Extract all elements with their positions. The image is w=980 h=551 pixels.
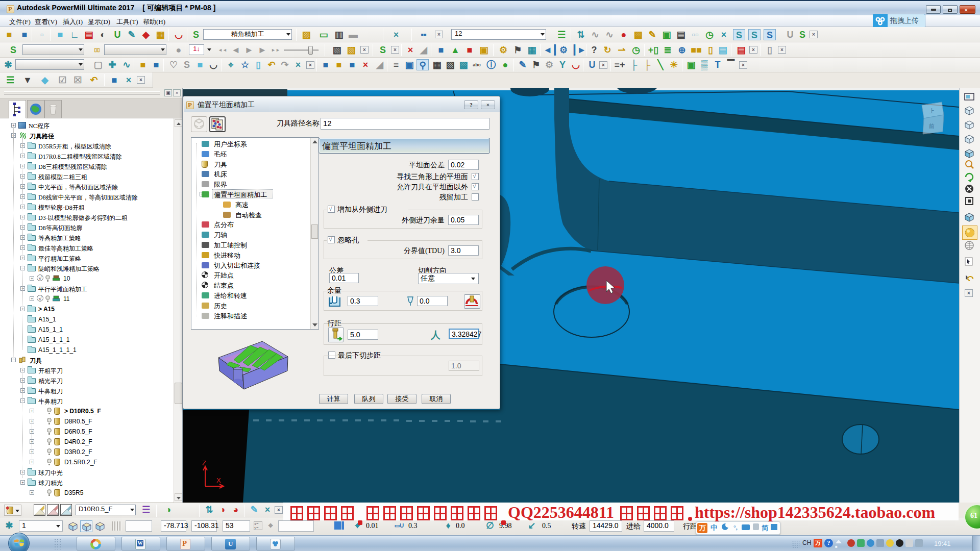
svg-text:X: X bbox=[216, 477, 221, 484]
svg-text:Z: Z bbox=[202, 459, 206, 467]
svg-text:上: 上 bbox=[929, 108, 935, 114]
svg-text:前: 前 bbox=[928, 123, 935, 129]
